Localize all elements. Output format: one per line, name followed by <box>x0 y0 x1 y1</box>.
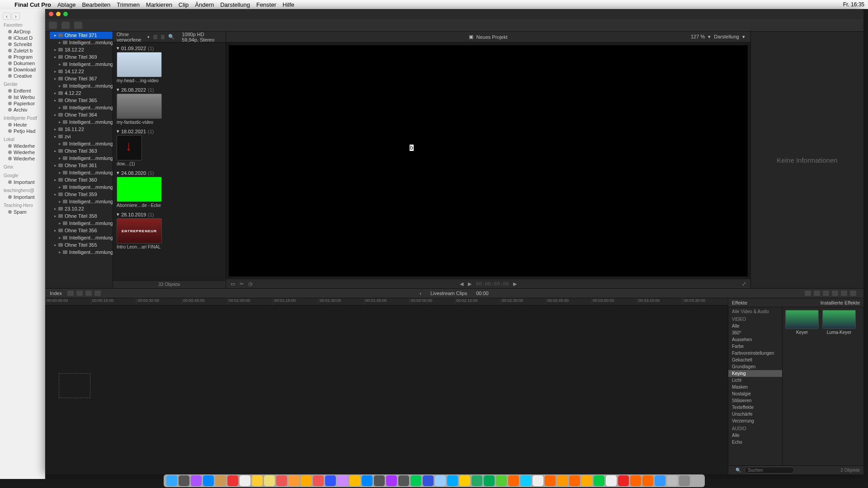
dock-app-icon[interactable] <box>472 475 482 486</box>
dock-app-icon[interactable] <box>618 475 629 486</box>
photos-icon[interactable] <box>61 22 70 29</box>
tl-opt-3[interactable] <box>823 291 829 296</box>
clip-thumbnail[interactable] <box>117 52 162 77</box>
clip-thumbnail[interactable]: ENTREPRENEUR <box>117 218 162 244</box>
dock-app-icon[interactable] <box>288 475 299 486</box>
dock-app-icon[interactable] <box>227 475 238 486</box>
library-item[interactable]: ▸Ohne Titel 365 <box>50 97 113 104</box>
dock-app-icon[interactable] <box>606 475 617 486</box>
effect-category[interactable]: Licht <box>728 377 782 384</box>
finder-item[interactable]: Papierkor <box>0 100 45 107</box>
finder-item[interactable]: Petjo Had <box>0 128 45 134</box>
effect-category[interactable]: Grundlagen <box>728 363 782 370</box>
viewer-zoom[interactable]: 127 % <box>691 34 705 39</box>
clip[interactable]: my-fantastic-video <box>117 94 162 125</box>
ruler-tick[interactable]: 00:01:45:00 <box>364 298 410 305</box>
dock-app-icon[interactable] <box>447 475 458 486</box>
retime-icon[interactable]: ◷ <box>248 281 253 287</box>
ruler-tick[interactable]: 00:02:45:00 <box>546 298 591 305</box>
finder-item[interactable]: Program <box>0 54 45 60</box>
library-item[interactable]: ▸4.12.22 <box>50 89 113 97</box>
effect-category[interactable]: Aussehen <box>728 336 782 343</box>
effect-category[interactable]: Texteffekte <box>728 404 782 411</box>
clip[interactable]: Abonniere…de - Ecke <box>117 177 162 208</box>
library-item[interactable]: ▸Intelligent…mmlungen <box>54 234 113 241</box>
finder-item[interactable]: Wiederhe <box>0 155 45 162</box>
effect-category[interactable]: 360° <box>728 329 782 336</box>
app-menu[interactable]: Final Cut Pro <box>14 1 51 8</box>
dock-app-icon[interactable] <box>215 475 226 486</box>
dock-app-icon[interactable] <box>691 475 702 486</box>
library-item[interactable]: ▸Ohne Titel 361 <box>50 162 113 169</box>
dock-app-icon[interactable] <box>581 475 592 486</box>
titles-icon[interactable] <box>74 22 82 29</box>
ruler-tick[interactable]: 00:01:15:00 <box>273 298 318 305</box>
finder-item[interactable]: Important <box>0 194 45 200</box>
effect-category[interactable]: Unschärfe <box>728 411 782 418</box>
effect-category[interactable]: Verzerrung <box>728 418 782 424</box>
finder-item[interactable]: AirDrop <box>0 28 45 35</box>
dock-app-icon[interactable] <box>533 475 543 486</box>
timeline-name[interactable]: Livestream Clips <box>430 291 467 296</box>
ruler-tick[interactable]: 00:00:45:00 <box>182 298 227 305</box>
finder-item[interactable]: Spam <box>0 209 45 215</box>
finder-fwd[interactable]: › <box>12 13 20 20</box>
effect-category[interactable]: Stilisieren <box>728 397 782 404</box>
dock-app-icon[interactable] <box>276 475 287 486</box>
clip-thumbnail[interactable] <box>117 94 162 119</box>
library-item[interactable]: ▸Ohne Titel 356 <box>50 227 113 234</box>
finder-item[interactable]: Entfernt <box>0 88 45 94</box>
finder-item[interactable]: iCloud D <box>0 35 45 41</box>
project-name[interactable]: Neues Projekt <box>476 34 507 40</box>
crop-icon[interactable]: ✂ <box>240 281 244 287</box>
tl-opt-4[interactable] <box>832 291 838 296</box>
library-item[interactable]: ▸Intelligent…mmlungen <box>54 118 113 126</box>
clip[interactable]: ENTREPRENEURIntro Leon…ari FINAL <box>117 218 162 249</box>
search-icon[interactable]: 🔍 <box>168 34 175 40</box>
effects-categories[interactable]: Alle Video & AudioVIDEOAlle360°AussehenF… <box>728 307 783 465</box>
window-close[interactable] <box>49 12 53 16</box>
effect-thumbnail[interactable] <box>822 310 856 329</box>
finder-item[interactable]: Dokumen <box>0 60 45 66</box>
tl-opt-1[interactable] <box>805 291 811 296</box>
tl-opt-2[interactable] <box>814 291 820 296</box>
finder-item[interactable]: Download <box>0 66 45 73</box>
effect-category[interactable]: Echo <box>728 439 782 446</box>
window-minimize[interactable] <box>56 12 61 16</box>
clip[interactable]: my-head-…ing-video <box>117 52 162 83</box>
finder-item[interactable]: Heute <box>0 122 45 128</box>
dock-app-icon[interactable] <box>301 475 311 486</box>
dock-app-icon[interactable] <box>435 475 446 486</box>
dock-app-icon[interactable] <box>410 475 421 486</box>
list-view-icon[interactable] <box>153 35 157 39</box>
tl-tool-1[interactable] <box>67 291 74 296</box>
effect-category[interactable]: Keying <box>728 370 782 377</box>
effect-thumbnail[interactable] <box>785 310 819 329</box>
finder-item[interactable]: Ist Werbu <box>0 94 45 100</box>
library-item[interactable]: ▸Intelligent…mmlungen <box>54 104 113 111</box>
library-item[interactable]: ▸Intelligent…mmlungen <box>54 82 113 89</box>
dock-app-icon[interactable] <box>362 475 373 486</box>
library-item[interactable]: ▸Ohne Titel 355 <box>50 241 113 249</box>
library-item[interactable]: ▸23.10.22 <box>50 205 113 212</box>
dock-app-icon[interactable] <box>179 475 189 486</box>
dock-app-icon[interactable] <box>337 475 348 486</box>
menu-darstellung[interactable]: Darstellung <box>220 1 250 8</box>
dock-app-icon[interactable] <box>594 475 604 486</box>
dock-app-icon[interactable] <box>252 475 263 486</box>
dock-app-icon[interactable] <box>496 475 507 486</box>
library-item[interactable]: ▸Intelligent…mmlungen <box>54 183 113 191</box>
library-icon[interactable] <box>49 22 57 29</box>
dock-app-icon[interactable] <box>679 475 690 486</box>
library-item[interactable]: ▸Ohne Titel 359 <box>50 191 113 198</box>
menu-hilfe[interactable]: Hilfe <box>283 1 294 8</box>
effect-category[interactable]: Nostalgie <box>728 390 782 397</box>
library-item[interactable]: ▸Ohne Titel 358 <box>50 212 113 220</box>
library-item[interactable]: ▸Intelligent…mmlungen <box>54 220 113 227</box>
effect-category[interactable]: Alle <box>728 323 782 329</box>
finder-item[interactable]: Wiederhe <box>0 149 45 155</box>
fullscreen-icon[interactable]: ⤢ <box>742 281 746 287</box>
timeline-index-button[interactable]: Index <box>50 291 62 296</box>
timeline-back-icon[interactable]: ‹ <box>420 291 421 296</box>
dock-app-icon[interactable] <box>386 475 397 486</box>
